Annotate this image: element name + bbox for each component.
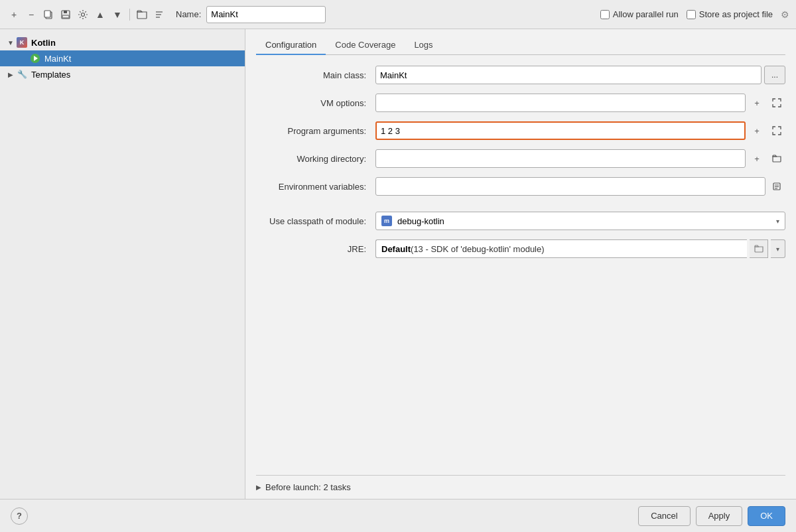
tab-code-coverage[interactable]: Code Coverage xyxy=(326,36,405,55)
svg-rect-1 xyxy=(44,11,50,17)
svg-rect-3 xyxy=(64,11,67,13)
env-vars-edit-icon[interactable] xyxy=(768,178,785,195)
run-config-icon xyxy=(29,52,41,64)
working-dir-input[interactable] xyxy=(375,149,746,168)
jre-label: JRE: xyxy=(256,244,375,254)
sidebar-item-mainkt[interactable]: MainKt xyxy=(0,50,245,66)
vm-options-add-icon[interactable]: + xyxy=(748,94,765,111)
before-launch-section: ▶ Before launch: 2 tasks xyxy=(256,475,785,499)
working-dir-label: Working directory: xyxy=(256,154,375,164)
toolbar: + − ▲ ▼ Name: xyxy=(0,0,796,29)
name-area: Name: xyxy=(176,6,598,23)
copy-button[interactable] xyxy=(41,7,56,22)
settings-button[interactable] xyxy=(76,7,90,22)
folder-button[interactable] xyxy=(135,7,149,22)
main-class-label: Main class: xyxy=(256,70,375,80)
jre-row: JRE: Default (13 - SDK of 'debug-kotlin'… xyxy=(256,239,785,258)
toolbar-right: Allow parallel run Store as project file… xyxy=(600,9,789,20)
tab-configuration[interactable]: Configuration xyxy=(256,36,326,55)
vm-options-field: + xyxy=(375,94,785,112)
bottom-left: ? xyxy=(11,507,28,525)
allow-parallel-label[interactable]: Allow parallel run xyxy=(600,9,679,19)
env-vars-input[interactable] xyxy=(375,177,765,196)
program-args-label: Program arguments: xyxy=(256,126,375,136)
ok-button[interactable]: OK xyxy=(748,506,785,526)
jre-field: Default (13 - SDK of 'debug-kotlin' modu… xyxy=(375,239,785,258)
bottom-right: Cancel Apply OK xyxy=(638,506,785,526)
program-args-field: + xyxy=(375,121,785,140)
store-as-project-checkbox[interactable] xyxy=(687,10,696,19)
program-args-add-icon[interactable]: + xyxy=(748,122,765,139)
classpath-select[interactable]: m debug-kotlin ▾ xyxy=(375,212,785,230)
working-dir-add-icon[interactable]: + xyxy=(748,150,765,167)
working-dir-row: Working directory: + xyxy=(256,149,785,168)
module-icon: m xyxy=(381,216,392,226)
bottom-bar: ? Cancel Apply OK xyxy=(0,499,796,532)
templates-toggle-icon: ▶ xyxy=(5,69,16,80)
tabs: Configuration Code Coverage Logs xyxy=(256,36,785,55)
classpath-value: debug-kotlin xyxy=(397,216,444,226)
svg-rect-4 xyxy=(62,15,69,18)
form-area: Main class: ... VM options: + xyxy=(256,66,785,464)
classpath-row: Use classpath of module: m debug-kotlin … xyxy=(256,212,785,230)
classpath-field: m debug-kotlin ▾ xyxy=(375,212,785,230)
before-launch-toggle-icon: ▶ xyxy=(256,484,261,491)
jre-default-text: Default xyxy=(381,244,411,254)
jre-dropdown-button[interactable]: ▾ xyxy=(771,239,785,258)
env-vars-row: Environment variables: xyxy=(256,177,785,196)
main-class-browse-button[interactable]: ... xyxy=(764,66,785,84)
save-button[interactable] xyxy=(58,7,73,22)
toolbar-separator xyxy=(129,9,130,21)
kotlin-label: Kotlin xyxy=(31,38,56,48)
env-vars-field xyxy=(375,177,785,196)
vm-options-expand-icon[interactable] xyxy=(768,94,785,111)
move-down-button[interactable]: ▼ xyxy=(110,7,125,22)
vm-options-input[interactable] xyxy=(375,94,746,112)
classpath-label: Use classpath of module: xyxy=(256,216,375,226)
main-class-row: Main class: ... xyxy=(256,66,785,84)
mainkt-label: MainKt xyxy=(44,54,71,64)
sort-button[interactable] xyxy=(152,7,166,22)
form-spacer xyxy=(256,205,785,212)
jre-rest-text: (13 - SDK of 'debug-kotlin' module) xyxy=(411,244,545,254)
cancel-button[interactable]: Cancel xyxy=(638,506,690,526)
before-launch-label: Before launch: 2 tasks xyxy=(265,482,351,492)
sidebar-item-kotlin[interactable]: ▼ K Kotlin xyxy=(0,34,245,50)
sidebar-item-templates[interactable]: ▶ 🔧 Templates xyxy=(0,66,245,82)
add-button[interactable]: + xyxy=(7,7,21,22)
classpath-chevron-icon: ▾ xyxy=(776,218,779,225)
kotlin-icon: K xyxy=(16,36,28,48)
name-input[interactable] xyxy=(206,6,326,23)
main-class-field: ... xyxy=(375,66,785,84)
env-vars-label: Environment variables: xyxy=(256,182,375,192)
templates-icon: 🔧 xyxy=(16,68,28,80)
program-args-expand-icon[interactable] xyxy=(768,122,785,139)
name-label: Name: xyxy=(176,9,201,19)
apply-button[interactable]: Apply xyxy=(696,506,743,526)
working-dir-field: + xyxy=(375,149,785,168)
vm-options-label: VM options: xyxy=(256,98,375,108)
tab-logs[interactable]: Logs xyxy=(405,36,442,55)
jre-select-wrapper: Default (13 - SDK of 'debug-kotlin' modu… xyxy=(375,239,785,258)
main-content: ▼ K Kotlin MainKt ▶ 🔧 Templates Configu xyxy=(0,29,796,499)
program-args-row: Program arguments: + xyxy=(256,121,785,140)
store-as-project-label[interactable]: Store as project file xyxy=(687,9,773,19)
help-button[interactable]: ? xyxy=(11,507,28,525)
mainkt-spacer xyxy=(19,53,29,64)
before-launch-header[interactable]: ▶ Before launch: 2 tasks xyxy=(256,482,785,492)
kotlin-toggle-icon: ▼ xyxy=(5,37,16,48)
move-up-button[interactable]: ▲ xyxy=(93,7,107,22)
remove-button[interactable]: − xyxy=(24,7,38,22)
program-args-input[interactable] xyxy=(375,121,746,140)
store-settings-gear-icon[interactable]: ⚙ xyxy=(781,9,789,20)
svg-point-5 xyxy=(82,13,85,16)
sidebar: ▼ K Kotlin MainKt ▶ 🔧 Templates xyxy=(0,29,245,499)
templates-label: Templates xyxy=(31,70,70,80)
working-dir-folder-icon[interactable] xyxy=(768,150,785,167)
allow-parallel-checkbox[interactable] xyxy=(600,10,610,19)
right-panel: Configuration Code Coverage Logs Main cl… xyxy=(245,29,796,499)
vm-options-row: VM options: + xyxy=(256,94,785,112)
main-class-input[interactable] xyxy=(375,66,762,84)
jre-input[interactable]: Default (13 - SDK of 'debug-kotlin' modu… xyxy=(375,239,747,258)
jre-folder-button[interactable] xyxy=(750,239,768,258)
